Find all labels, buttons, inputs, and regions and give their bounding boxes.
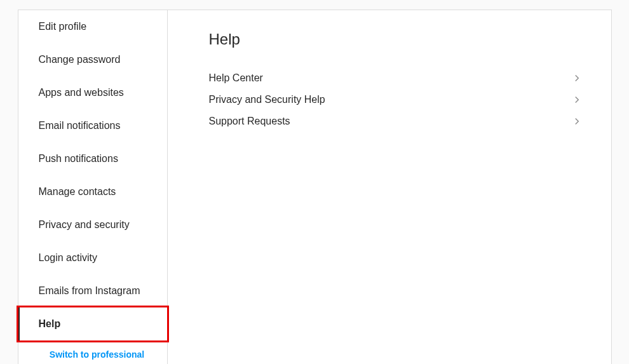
sidebar-item-label: Emails from Instagram <box>39 285 140 296</box>
switch-link-label: Switch to professional <box>50 349 144 360</box>
sidebar-item-email-notifications[interactable]: Email notifications <box>18 109 167 142</box>
sidebar-item-push-notifications[interactable]: Push notifications <box>18 142 167 175</box>
page-title: Help <box>209 30 583 48</box>
sidebar-item-login-activity[interactable]: Login activity <box>18 241 167 274</box>
settings-container: Edit profile Change password Apps and we… <box>18 10 612 364</box>
highlight-box: Help <box>17 306 169 342</box>
sidebar-item-label: Help <box>39 318 61 329</box>
sidebar-item-label: Change password <box>39 54 121 65</box>
chevron-right-icon <box>571 116 583 127</box>
main-content: Help Help Center Privacy and Security He… <box>168 10 611 364</box>
sidebar-item-help[interactable]: Help <box>18 307 167 340</box>
sidebar-item-label: Push notifications <box>39 153 118 164</box>
sidebar-item-privacy-security[interactable]: Privacy and security <box>18 208 167 241</box>
help-item-help-center[interactable]: Help Center <box>209 67 583 89</box>
sidebar-item-manage-contacts[interactable]: Manage contacts <box>18 175 167 208</box>
help-item-label: Privacy and Security Help <box>209 94 325 105</box>
chevron-right-icon <box>571 94 583 105</box>
sidebar-item-label: Apps and websites <box>39 87 124 98</box>
sidebar-item-label: Edit profile <box>39 21 87 32</box>
sidebar-item-apps-websites[interactable]: Apps and websites <box>18 76 167 109</box>
sidebar-item-label: Manage contacts <box>39 186 116 197</box>
help-item-privacy-security[interactable]: Privacy and Security Help <box>209 89 583 111</box>
sidebar-item-label: Email notifications <box>39 120 121 131</box>
help-item-support-requests[interactable]: Support Requests <box>209 111 583 132</box>
sidebar-item-edit-profile[interactable]: Edit profile <box>18 10 167 43</box>
sidebar-item-label: Privacy and security <box>39 219 130 230</box>
sidebar-item-emails-instagram[interactable]: Emails from Instagram <box>18 274 167 307</box>
help-list: Help Center Privacy and Security Help Su… <box>209 67 583 132</box>
sidebar-item-change-password[interactable]: Change password <box>18 43 167 76</box>
settings-sidebar: Edit profile Change password Apps and we… <box>18 10 168 364</box>
switch-to-professional-link[interactable]: Switch to professional <box>18 340 167 364</box>
sidebar-item-label: Login activity <box>39 252 98 263</box>
help-item-label: Help Center <box>209 72 263 84</box>
help-item-label: Support Requests <box>209 116 290 127</box>
chevron-right-icon <box>571 72 583 84</box>
